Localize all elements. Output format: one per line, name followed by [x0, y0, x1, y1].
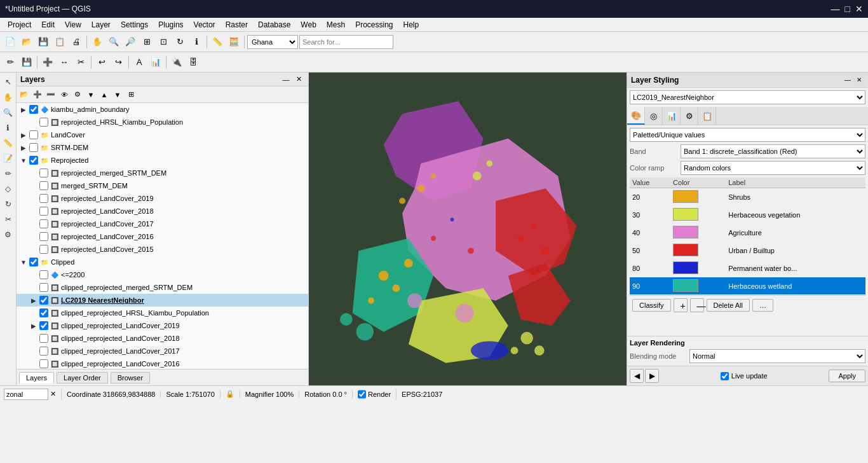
layer-item-reprojected_lc2019[interactable]: 🔲 reprojected_LandCover_2019: [17, 192, 308, 205]
layer-item-clipped_lc2017[interactable]: 🔲 clipped_reprojected_LandCover_2017: [17, 345, 308, 357]
add-feature-button[interactable]: ➕: [40, 55, 55, 70]
calculator-button[interactable]: 🧮: [226, 34, 241, 50]
styling-tab-metadata[interactable]: 📋: [698, 107, 716, 125]
status-input[interactable]: [4, 389, 48, 400]
layer-checkbox[interactable]: [39, 334, 48, 343]
color-table-row[interactable]: 20 Shrubs: [630, 188, 865, 206]
add-class-button[interactable]: +: [674, 298, 688, 312]
tab-browser[interactable]: Browser: [111, 372, 150, 384]
color-cell[interactable]: [670, 277, 726, 295]
identify-tool[interactable]: ℹ: [1, 121, 15, 135]
expand-icon[interactable]: ▶: [29, 322, 38, 329]
expand-icon[interactable]: ▶: [29, 297, 38, 304]
layer-checkbox[interactable]: [39, 321, 48, 330]
save-edits-button[interactable]: 💾: [19, 55, 34, 70]
zoom-layer-button[interactable]: ⊡: [156, 34, 171, 50]
layer-checkbox[interactable]: [39, 232, 48, 241]
layer-item-clipped_lc2018[interactable]: 🔲 clipped_reprojected_LandCover_2018: [17, 332, 308, 345]
layer-checkbox[interactable]: [39, 270, 48, 279]
render-checkbox[interactable]: [358, 389, 366, 400]
map-canvas-area[interactable]: [309, 73, 627, 385]
zoom-extent-button[interactable]: ⊞: [139, 34, 154, 50]
remove-class-button[interactable]: —: [690, 298, 704, 312]
blending-mode-select[interactable]: Normal: [689, 349, 865, 363]
split-tool[interactable]: ✂: [1, 212, 15, 226]
layer-checkbox[interactable]: [39, 308, 48, 317]
menu-database[interactable]: Database: [253, 19, 295, 31]
apply-button[interactable]: Apply: [829, 370, 865, 382]
tab-layer-order[interactable]: Layer Order: [57, 372, 108, 384]
node-tool[interactable]: ◇: [1, 182, 15, 196]
diagram-button[interactable]: 📊: [148, 55, 163, 70]
layer-item-clipped_group[interactable]: ▼ 📁 Clipped: [17, 256, 308, 268]
plugin1-button[interactable]: 🔌: [169, 55, 184, 70]
layers-panel-collapse[interactable]: —: [280, 74, 292, 85]
color-cell[interactable]: [670, 224, 726, 242]
color-cell[interactable]: [670, 259, 726, 277]
layer-checkbox[interactable]: [39, 283, 48, 292]
expand-icon[interactable]: ▼: [19, 259, 28, 266]
menu-project[interactable]: Project: [3, 19, 36, 31]
filter-icon[interactable]: ▼: [85, 88, 97, 101]
open-layer-button[interactable]: 📂: [18, 88, 31, 101]
layer-item-reprojected_srtm_dem[interactable]: 🔲 reprojected_merged_SRTM_DEM: [17, 167, 308, 179]
menu-plugins[interactable]: Plugins: [153, 19, 188, 31]
menu-help[interactable]: Help: [398, 19, 424, 31]
menu-vector[interactable]: Vector: [189, 19, 220, 31]
undo-button[interactable]: ↩: [94, 55, 109, 70]
layer-item-le2200[interactable]: 🔷 <=2200: [17, 268, 308, 281]
layer-checkbox[interactable]: [39, 207, 48, 216]
menu-raster[interactable]: Raster: [220, 19, 253, 31]
remove-layer-button[interactable]: ➖: [44, 88, 57, 101]
close-button[interactable]: ✕: [855, 4, 863, 14]
pan-button[interactable]: ✋: [90, 34, 105, 50]
classify-button[interactable]: Classify: [632, 299, 671, 312]
styling-tab-rendering[interactable]: ⚙: [681, 107, 698, 125]
plugin-tool[interactable]: ⚙: [1, 228, 15, 242]
layer-checkbox[interactable]: [39, 347, 48, 356]
filter-layers-button[interactable]: ⚙: [71, 88, 84, 101]
layer-item-clipped_lc2019[interactable]: ▶ 🔲 clipped_reprojected_LandCover_2019: [17, 319, 308, 332]
expand-icon[interactable]: ▶: [19, 132, 28, 139]
annotate-tool[interactable]: 📝: [1, 151, 15, 165]
layer-checkbox[interactable]: [39, 245, 48, 254]
color-table-row[interactable]: 40 Agriculture: [630, 224, 865, 242]
layer-item-reprojected_hrsl[interactable]: 🔲 reprojected_HRSL_Kiambu_Population: [17, 116, 308, 128]
redo-button[interactable]: ↪: [111, 55, 126, 70]
minimize-button[interactable]: —: [831, 4, 840, 14]
menu-processing[interactable]: Processing: [350, 19, 398, 31]
styling-tab-symbology[interactable]: 🎨: [627, 107, 645, 125]
color-table-row[interactable]: 80 Permanent water bo...: [630, 259, 865, 277]
add-layer-button[interactable]: ➕: [31, 88, 44, 101]
layer-checkbox[interactable]: [29, 258, 38, 266]
layer-item-reprojected_lc2018[interactable]: 🔲 reprojected_LandCover_2018: [17, 205, 308, 218]
layer-item-kiambu_admin[interactable]: ▶ 🔷 kiambu_admin_boundary: [17, 103, 308, 116]
layer-item-reprojected_lc2015[interactable]: 🔲 reprojected_LandCover_2015: [17, 243, 308, 256]
band-select[interactable]: Band 1: discrete_classification (Red): [681, 144, 865, 158]
layer-checkbox[interactable]: [39, 194, 48, 203]
save-as-button[interactable]: 📋: [52, 34, 67, 50]
layer-checkbox[interactable]: [39, 219, 48, 228]
menu-layer[interactable]: Layer: [86, 19, 116, 31]
layer-checkbox[interactable]: [29, 156, 38, 165]
layer-item-reprojected_group[interactable]: ▼ 📁 Reprojected: [17, 154, 308, 167]
open-project-button[interactable]: 📂: [19, 34, 34, 50]
window-controls[interactable]: — □ ✕: [831, 4, 863, 14]
color-cell[interactable]: [670, 206, 726, 224]
layer-item-merged_srtm_dem[interactable]: 🔲 merged_SRTM_DEM: [17, 179, 308, 192]
styling-panel-close[interactable]: ✕: [854, 75, 864, 85]
identify-button[interactable]: ℹ: [189, 34, 204, 50]
menu-view[interactable]: View: [60, 19, 86, 31]
layers-panel-close[interactable]: ✕: [293, 74, 304, 85]
live-update-checkbox[interactable]: [721, 372, 729, 380]
menu-web[interactable]: Web: [295, 19, 321, 31]
new-project-button[interactable]: 📄: [3, 34, 18, 50]
styling-panel-minimize[interactable]: —: [843, 75, 853, 85]
color-table-row[interactable]: 50 Urban / Builtup: [630, 242, 865, 259]
color-ramp-select[interactable]: Random colors: [681, 161, 865, 175]
layer-item-clipped_hrsl[interactable]: 🔲 clipped_reprojected_HRSL_Kiambu_Popula…: [17, 307, 308, 319]
delete-all-button[interactable]: Delete All: [707, 299, 750, 312]
layer-checkbox[interactable]: [29, 143, 38, 152]
db-button[interactable]: 🗄: [186, 55, 201, 70]
layer-item-reprojected_lc2016[interactable]: 🔲 reprojected_LandCover_2016: [17, 230, 308, 243]
